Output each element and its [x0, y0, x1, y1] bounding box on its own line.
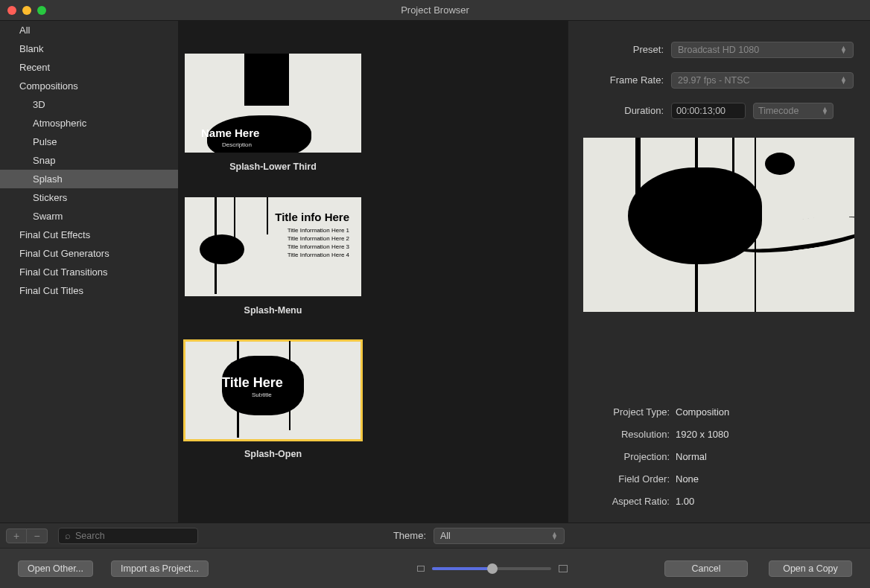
- field-order-label: Field Order:: [583, 473, 670, 485]
- aspect-ratio-label: Aspect Ratio:: [583, 496, 670, 507]
- thumbnail: Name Here Description: [185, 54, 361, 153]
- chevron-updown-icon: ▲▼: [840, 77, 847, 84]
- composition-label: Splash-Menu: [185, 305, 361, 316]
- open-copy-button[interactable]: Open a Copy: [769, 560, 852, 577]
- projection-value: Normal: [676, 451, 707, 462]
- sidebar-item-fc-generators[interactable]: Final Cut Generators: [0, 244, 178, 263]
- framerate-select[interactable]: 29.97 fps - NTSC ▲▼: [671, 72, 854, 89]
- composition-label: Splash-Lower Third: [185, 162, 361, 172]
- field-order-value: None: [676, 473, 699, 485]
- sidebar-item-fc-titles[interactable]: Final Cut Titles: [0, 281, 178, 300]
- gallery: Name Here Description Splash-Lower Third…: [179, 21, 568, 523]
- toolbar: + − ⌕ Search Theme: All ▲▼: [0, 523, 870, 548]
- composition-item[interactable]: Title info Here Title Information Here 1…: [185, 197, 361, 316]
- sidebar-item-fc-transitions[interactable]: Final Cut Transitions: [0, 263, 178, 281]
- projection-label: Projection:: [583, 451, 670, 462]
- close-icon[interactable]: [7, 6, 16, 15]
- duration-label: Duration:: [583, 105, 664, 116]
- sidebar-item-compositions[interactable]: Compositions: [0, 77, 178, 95]
- chevron-updown-icon: ▲▼: [551, 532, 558, 540]
- sidebar-item-3d[interactable]: 3D: [0, 95, 178, 114]
- slider-thumb[interactable]: [487, 563, 498, 574]
- composition-item[interactable]: Name Here Description Splash-Lower Third: [185, 54, 361, 172]
- sidebar-item-stickers[interactable]: Stickers: [0, 188, 178, 207]
- sidebar-item-snap[interactable]: Snap: [0, 151, 178, 170]
- zoom-small-icon: [417, 566, 425, 572]
- thumbnail: Title info Here Title Information Here 1…: [185, 197, 361, 296]
- sidebar-item-pulse[interactable]: Pulse: [0, 132, 178, 151]
- composition-label: Splash-Open: [185, 449, 361, 459]
- chevron-updown-icon: ▲▼: [840, 46, 847, 54]
- open-other-button[interactable]: Open Other...: [18, 560, 93, 577]
- metadata: Project Type: Composition Resolution: 19…: [583, 400, 854, 512]
- composition-item-selected[interactable]: Title Here Subtitle Splash-Open: [185, 341, 361, 459]
- resolution-value: 1920 x 1080: [676, 429, 729, 440]
- minimize-icon[interactable]: [22, 6, 31, 15]
- theme-label: Theme:: [393, 530, 426, 541]
- sidebar-item-all[interactable]: All: [0, 21, 178, 39]
- preset-label: Preset:: [583, 44, 664, 55]
- thumbnail: Title Here Subtitle: [185, 341, 361, 440]
- sidebar-item-blank[interactable]: Blank: [0, 39, 178, 58]
- preset-select[interactable]: Broadcast HD 1080 ▲▼: [671, 42, 854, 58]
- sidebar-item-atmospheric[interactable]: Atmospheric: [0, 114, 178, 132]
- project-type-label: Project Type:: [583, 406, 670, 418]
- zoom-slider[interactable]: [417, 565, 568, 572]
- project-type-value: Composition: [676, 406, 729, 418]
- search-input[interactable]: ⌕ Search: [58, 528, 198, 544]
- aspect-ratio-value: 1.00: [676, 496, 694, 507]
- sidebar-item-recent[interactable]: Recent: [0, 58, 178, 77]
- window-title: Project Browser: [401, 4, 469, 16]
- maximize-icon[interactable]: [37, 6, 46, 15]
- titlebar: Project Browser: [0, 0, 870, 21]
- duration-input[interactable]: 00:00:13;00: [671, 103, 746, 119]
- sidebar-item-swarm[interactable]: Swarm: [0, 207, 178, 226]
- preview-image: [583, 138, 854, 312]
- timecode-select[interactable]: Timecode ▲▼: [753, 103, 834, 119]
- sidebar-item-fc-effects[interactable]: Final Cut Effects: [0, 226, 178, 244]
- inspector-panel: Preset: Broadcast HD 1080 ▲▼ Frame Rate:…: [568, 21, 870, 523]
- add-button[interactable]: +: [6, 528, 27, 543]
- search-icon: ⌕: [65, 531, 71, 541]
- framerate-label: Frame Rate:: [583, 74, 664, 86]
- import-project-button[interactable]: Import as Project...: [111, 560, 209, 577]
- sidebar: All Blank Recent Compositions 3D Atmosph…: [0, 21, 179, 523]
- theme-select[interactable]: All ▲▼: [434, 528, 565, 544]
- zoom-large-icon: [559, 565, 568, 572]
- sidebar-item-splash[interactable]: Splash: [0, 170, 178, 188]
- remove-button[interactable]: −: [27, 528, 48, 543]
- cancel-button[interactable]: Cancel: [664, 560, 748, 577]
- chevron-updown-icon: ▲▼: [822, 107, 828, 115]
- resolution-label: Resolution:: [583, 429, 670, 440]
- footer: Open Other... Import as Project... Cance…: [0, 548, 870, 588]
